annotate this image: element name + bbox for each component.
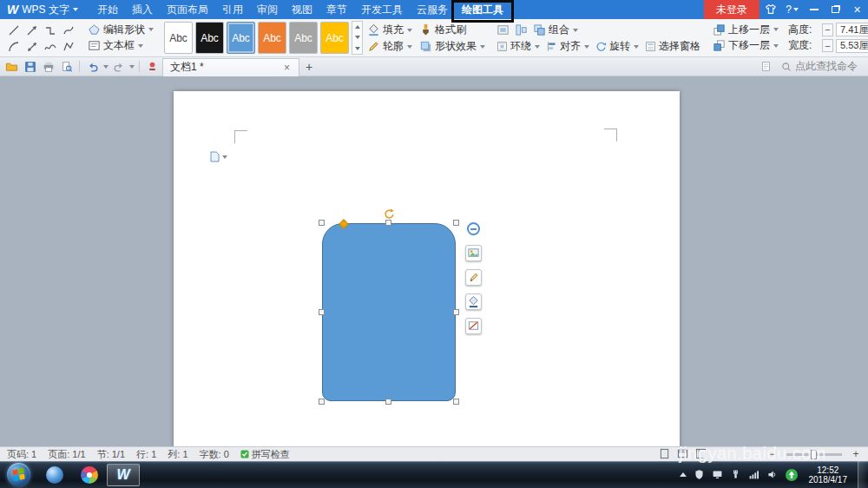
width-input[interactable]: 5.53厘米 — [836, 39, 868, 53]
zoom-out-button[interactable]: − — [767, 448, 778, 460]
tray-display-icon[interactable] — [712, 469, 723, 480]
undo-dropdown-icon[interactable] — [103, 65, 108, 69]
freeform-shape-icon[interactable] — [59, 38, 77, 55]
curve-connector-icon[interactable] — [59, 22, 77, 38]
gallery-more-button[interactable] — [352, 43, 362, 54]
view-mode-outline-button[interactable] — [695, 448, 707, 461]
zoom-in-button[interactable]: + — [851, 448, 861, 460]
tab-view[interactable]: 视图 — [285, 0, 319, 19]
shape-style-preset-5[interactable]: Abc — [289, 22, 318, 54]
tab-review[interactable]: 审阅 — [250, 0, 285, 19]
zoom-slider-thumb[interactable] — [811, 450, 817, 459]
tray-security-icon[interactable] — [694, 469, 705, 480]
start-button[interactable] — [7, 463, 30, 486]
elbow-connector-icon[interactable] — [41, 22, 59, 38]
save-button[interactable] — [22, 59, 38, 75]
stamp-tool-button[interactable] — [144, 59, 161, 75]
help-button[interactable]: ? — [781, 0, 803, 19]
outline-button[interactable]: 轮廓 — [365, 38, 415, 55]
text-wrap-button[interactable]: 环绕 — [494, 38, 542, 55]
tab-references[interactable]: 引用 — [215, 0, 250, 19]
arc-shape-icon[interactable] — [4, 38, 23, 55]
find-command-box[interactable]: 点此查找命令 — [781, 59, 858, 74]
scribble-shape-icon[interactable] — [41, 38, 59, 55]
fill-button[interactable]: 填充 — [365, 22, 415, 38]
layout-options-button[interactable] — [465, 245, 482, 261]
print-button[interactable] — [40, 59, 56, 75]
object-anchor[interactable] — [210, 151, 227, 162]
tray-antivirus-badge-icon[interactable] — [785, 468, 799, 482]
group-button[interactable]: 组合 — [530, 22, 581, 38]
shape-style-preset-2[interactable]: Abc — [195, 22, 224, 54]
document-tab[interactable]: 文档1 * × — [162, 58, 299, 76]
taskbar-clock[interactable]: 12:52 2018/4/17 — [806, 465, 852, 485]
theme-skin-button[interactable] — [760, 0, 781, 19]
status-word-count[interactable]: 字数: 0 — [200, 448, 229, 461]
spell-check-status[interactable]: 拼写检查 — [240, 448, 290, 461]
collapse-quick-tools-button[interactable] — [467, 222, 480, 235]
resize-handle-n[interactable] — [385, 220, 391, 226]
tab-cloud-service[interactable]: 云服务 — [410, 0, 455, 19]
gallery-scroll-down-button[interactable] — [352, 32, 362, 43]
redo-dropdown-icon[interactable] — [129, 65, 135, 69]
quick-outline-button[interactable] — [465, 318, 482, 334]
tray-network-icon[interactable] — [748, 469, 760, 480]
document-page[interactable] — [174, 91, 680, 446]
resize-handle-se[interactable] — [453, 399, 459, 405]
open-button[interactable] — [3, 59, 20, 75]
tab-insert[interactable]: 插入 — [125, 0, 160, 19]
resize-handle-s[interactable] — [385, 399, 391, 405]
align-button[interactable]: 对齐 — [543, 38, 592, 55]
tab-developer[interactable]: 开发工具 — [354, 0, 410, 19]
tray-usb-icon[interactable] — [730, 469, 741, 480]
taskbar-app-wps-active[interactable]: W — [107, 464, 140, 486]
quick-edit-button[interactable] — [465, 269, 482, 286]
resize-handle-sw[interactable] — [319, 399, 325, 405]
resize-handle-e[interactable] — [453, 309, 459, 315]
bring-forward-button[interactable]: 上移一层 — [710, 22, 781, 38]
tab-home[interactable]: 开始 — [90, 0, 125, 19]
restore-button[interactable] — [825, 0, 846, 19]
redo-button[interactable] — [110, 59, 127, 75]
shape-style-preset-6[interactable]: Abc — [320, 22, 349, 54]
gallery-scroll-up-button[interactable] — [352, 22, 362, 32]
view-mode-web-button[interactable] — [677, 448, 688, 461]
undo-button[interactable] — [84, 59, 101, 75]
app-menu-button[interactable]: W WPS 文字 — [0, 0, 85, 19]
tray-volume-icon[interactable] — [766, 469, 778, 480]
tab-page-layout[interactable]: 页面布局 — [160, 0, 215, 19]
resize-handle-nw[interactable] — [319, 220, 325, 226]
send-backward-button[interactable]: 下移一层 — [710, 38, 781, 55]
width-decrease-button[interactable]: − — [822, 39, 833, 52]
close-button[interactable]: × — [846, 0, 868, 19]
format-painter-button[interactable]: 格式刷 — [417, 22, 488, 38]
document-tab-close-button[interactable]: × — [282, 62, 292, 74]
rotation-handle[interactable] — [383, 208, 395, 221]
zoom-slider[interactable] — [786, 453, 842, 456]
tab-section[interactable]: 章节 — [319, 0, 354, 19]
arrange-tool-button-1[interactable] — [494, 22, 511, 38]
taskbar-app-pinwheel[interactable] — [72, 462, 107, 487]
line-shape-icon[interactable] — [4, 22, 23, 38]
height-input[interactable]: 7.41厘米 — [836, 23, 868, 36]
shape-style-preset-3-selected[interactable]: Abc — [227, 22, 255, 54]
shape-style-preset-4[interactable]: Abc — [258, 22, 286, 54]
double-arrow-icon[interactable] — [23, 38, 41, 55]
notes-tool-button[interactable] — [758, 59, 774, 75]
arrow-shape-icon[interactable] — [23, 22, 41, 38]
quick-fill-button[interactable] — [465, 293, 482, 310]
height-decrease-button[interactable]: − — [822, 23, 833, 36]
arrange-tool-button-2[interactable] — [512, 22, 529, 38]
view-mode-print-button[interactable] — [659, 448, 670, 461]
edit-shape-button[interactable]: 编辑形状 — [85, 22, 156, 38]
adjust-handle[interactable] — [339, 219, 348, 228]
tab-drawing-tools[interactable]: 绘图工具 — [455, 0, 510, 19]
resize-handle-ne[interactable] — [453, 220, 459, 226]
minimize-button[interactable] — [803, 0, 825, 19]
rotate-button[interactable]: 旋转 — [593, 38, 641, 55]
text-box-button[interactable]: 文本框 — [85, 38, 156, 55]
show-desktop-button[interactable] — [858, 461, 866, 488]
shape-effects-button[interactable]: 形状效果 — [417, 38, 488, 55]
show-hidden-icons-button[interactable] — [680, 472, 687, 477]
rounded-rectangle-shape[interactable] — [322, 223, 456, 401]
